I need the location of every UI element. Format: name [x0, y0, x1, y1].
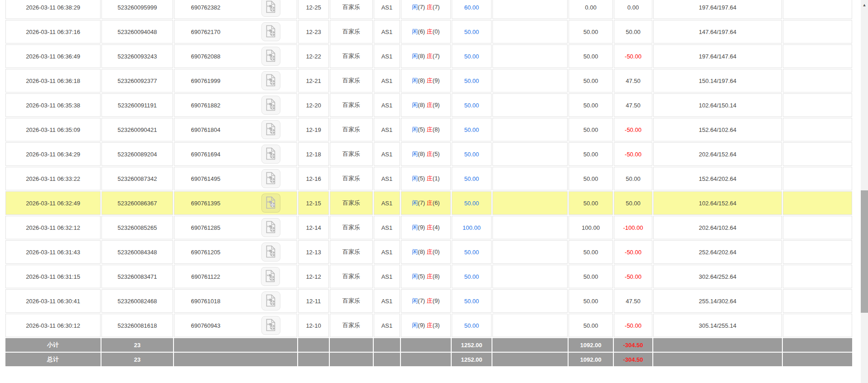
bet-amount-link[interactable]: 50.00 — [464, 175, 479, 182]
result-cell: 闲(8) 庄(5) — [401, 142, 451, 166]
footer-spacer-cell — [374, 338, 400, 352]
bet-record-row[interactable]: 2026-03-11 06:35:09523260090421690761804… — [5, 118, 852, 141]
round-id-value: 690761018 — [191, 298, 220, 305]
bet-amount-link[interactable]: 50.00 — [464, 273, 479, 280]
video-replay-button[interactable] — [261, 145, 280, 164]
video-replay-button[interactable] — [261, 316, 280, 335]
video-replay-button[interactable] — [261, 291, 280, 310]
bet-amount-cell: 50.00 — [452, 142, 492, 166]
bet-record-row[interactable]: 2026-03-11 06:32:49523260086367690761395… — [5, 191, 852, 215]
video-replay-button[interactable] — [261, 120, 280, 139]
game-type-cell: 百家乐 — [330, 20, 373, 44]
video-replay-button[interactable] — [261, 71, 280, 90]
scroll-up-arrow-icon[interactable]: ▲ — [861, 2, 868, 8]
scrollbar-thumb[interactable] — [861, 190, 868, 313]
bet-amount-cell: 50.00 — [452, 44, 492, 68]
round-id-wrap: 690762382 — [174, 0, 297, 17]
video-replay-button[interactable] — [261, 47, 280, 66]
table-no-cell: AS1 — [374, 69, 400, 92]
table-no-cell: AS1 — [374, 118, 400, 141]
player-result-label: 闲 — [412, 297, 418, 304]
round-no-cell: 12-18 — [298, 142, 329, 166]
player-result-points: (6) — [418, 28, 425, 35]
bet-record-row[interactable]: 2026-03-11 06:30:12523260081618690760943… — [5, 314, 852, 337]
bet-record-row[interactable]: 2026-03-11 06:34:29523260089204690761694… — [5, 142, 852, 166]
bet-table-body: 2026-03-11 06:38:29523260095999690762382… — [5, 0, 852, 337]
bet-time-cell: 2026-03-11 06:31:43 — [5, 240, 101, 264]
bet-record-row[interactable]: 2026-03-11 06:36:49523260093243690762088… — [5, 44, 852, 68]
player-result-label: 闲 — [412, 150, 418, 157]
bet-record-row[interactable]: 2026-03-11 06:31:43523260084348690761205… — [5, 240, 852, 264]
win-loss-cell: 50.00 — [614, 20, 652, 44]
round-id-wrap: 690761122 — [174, 267, 297, 286]
bet-amount-link[interactable]: 50.00 — [464, 102, 479, 109]
bet-amount-link[interactable]: 60.00 — [464, 4, 479, 11]
result-cell: 闲(8) 庄(9) — [401, 93, 451, 117]
spacer-cell — [783, 93, 852, 117]
bet-record-row[interactable]: 2026-03-11 06:32:12523260085265690761285… — [5, 216, 852, 239]
spacer-cell — [783, 20, 852, 44]
bet-amount-link[interactable]: 50.00 — [464, 249, 479, 256]
bet-amount-link[interactable]: 50.00 — [464, 126, 479, 133]
bet-amount-cell: 50.00 — [452, 289, 492, 313]
spacer-cell — [492, 191, 568, 215]
player-result-points: (7) — [418, 199, 425, 206]
bet-amount-link[interactable]: 50.00 — [464, 200, 479, 207]
player-result-label: 闲 — [412, 53, 418, 59]
round-id-wrap: 690762088 — [174, 47, 297, 66]
video-replay-button[interactable] — [261, 218, 280, 237]
video-replay-button[interactable] — [261, 267, 280, 286]
bet-amount-link[interactable]: 50.00 — [464, 29, 479, 35]
valid-amount-cell: 50.00 — [569, 20, 613, 44]
total-label-cell: 总计 — [5, 353, 101, 366]
bet-amount-cell: 50.00 — [452, 191, 492, 215]
video-file-icon — [265, 74, 277, 88]
result-cell: 闲(7) 庄(7) — [401, 0, 451, 19]
bet-amount-link[interactable]: 50.00 — [464, 151, 479, 158]
bet-amount-link[interactable]: 50.00 — [464, 298, 479, 305]
bet-amount-cell: 50.00 — [452, 314, 492, 337]
bet-time-cell: 2026-03-11 06:31:15 — [5, 265, 101, 288]
footer-spacer-cell — [401, 338, 451, 352]
bet-amount-link[interactable]: 50.00 — [464, 78, 479, 84]
round-id-cell: 690762088 — [174, 44, 297, 68]
bet-record-row[interactable]: 2026-03-11 06:35:38523260091191690761882… — [5, 93, 852, 117]
spacer-cell — [492, 167, 568, 190]
balance-cell: 102.64/150.14 — [653, 93, 782, 117]
bet-record-row[interactable]: 2026-03-11 06:31:15523260083471690761122… — [5, 265, 852, 288]
player-result-label: 闲 — [412, 102, 418, 108]
round-no-cell: 12-15 — [298, 191, 329, 215]
player-result-label: 闲 — [412, 126, 418, 133]
video-replay-button[interactable] — [261, 96, 280, 115]
bet-amount-link[interactable]: 50.00 — [464, 53, 479, 60]
bet-record-row[interactable]: 2026-03-11 06:38:29523260095999690762382… — [5, 0, 852, 19]
bet-amount-link[interactable]: 50.00 — [464, 322, 479, 329]
table-no-cell: AS1 — [374, 0, 400, 19]
valid-amount-cell: 50.00 — [569, 191, 613, 215]
bet-record-row[interactable]: 2026-03-11 06:30:41523260082468690761018… — [5, 289, 852, 313]
player-result-points: (8) — [418, 77, 425, 84]
round-id-cell: 690761018 — [174, 289, 297, 313]
round-id-cell: 690761122 — [174, 265, 297, 288]
table-no-cell: AS1 — [374, 20, 400, 44]
video-replay-button[interactable] — [261, 169, 280, 188]
vertical-scrollbar[interactable]: ▲ — [861, 0, 868, 383]
bet-amount-link[interactable]: 100.00 — [463, 224, 481, 231]
bet-time-cell: 2026-03-11 06:36:49 — [5, 44, 101, 68]
bet-time-cell: 2026-03-11 06:37:16 — [5, 20, 101, 44]
video-replay-button[interactable] — [261, 194, 280, 213]
video-replay-button[interactable] — [261, 242, 280, 262]
round-id-cell: 690760943 — [174, 314, 297, 337]
player-result-points: (7) — [418, 4, 425, 10]
game-type-cell: 百家乐 — [330, 93, 373, 117]
video-replay-button[interactable] — [261, 0, 280, 17]
spacer-cell — [783, 265, 852, 288]
footer-spacer-cell — [174, 353, 297, 366]
round-id-cell: 690761882 — [174, 93, 297, 117]
bet-record-row[interactable]: 2026-03-11 06:37:16523260094048690762170… — [5, 20, 852, 44]
game-type-cell: 百家乐 — [330, 265, 373, 288]
bet-record-row[interactable]: 2026-03-11 06:36:18523260092377690761999… — [5, 69, 852, 92]
bet-record-row[interactable]: 2026-03-11 06:33:22523260087342690761495… — [5, 167, 852, 190]
video-replay-button[interactable] — [261, 22, 280, 41]
bet-id-cell: 523260089204 — [101, 142, 173, 166]
